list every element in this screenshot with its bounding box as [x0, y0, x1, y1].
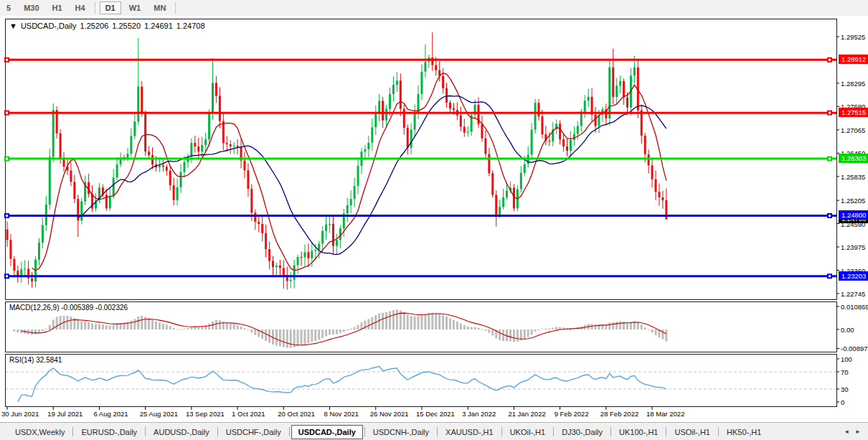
symbol-dropdown-icon[interactable]: ▼: [9, 22, 17, 30]
chart-tab-dj30-daily[interactable]: DJ30-,Daily: [555, 426, 609, 439]
toolbar-separator: [175, 2, 176, 14]
timeframe-toolbar: 5M30H1H4D1W1MN: [0, 0, 868, 17]
toolbar-separator: [95, 2, 95, 14]
moving-averages-group: [32, 73, 666, 271]
tab-separator: [553, 427, 554, 436]
price-badge: 1.26303: [839, 154, 868, 163]
timeframe-button-mn[interactable]: MN: [148, 2, 171, 14]
tab-separator: [666, 427, 666, 436]
axis-ticks-group: [7, 37, 839, 410]
macd-group: [13, 309, 667, 348]
tab-separator: [145, 427, 146, 436]
chart-close-value: 1.24708: [176, 22, 205, 30]
tab-separator: [364, 427, 365, 436]
chart-area: ▼USDCAD-,Daily1.252061.255201.246911.247…: [0, 16, 868, 422]
timeframe-button-m30[interactable]: M30: [19, 2, 44, 14]
chart-tab-ukoil-h1[interactable]: UKOil-,H1: [504, 426, 552, 439]
chart-tab-audusd-daily[interactable]: AUDUSD-,Daily: [147, 426, 216, 439]
chart-tab-usoil-h1[interactable]: USOil-,H1: [668, 426, 717, 439]
tab-separator: [610, 427, 611, 436]
chart-tab-eurusd-daily[interactable]: EURUSD-,Daily: [75, 426, 143, 439]
chart-tab-usdcnh-daily[interactable]: USDCNH-,Daily: [367, 426, 435, 439]
chart-open-value: 1.25206: [80, 22, 109, 30]
timeframe-button-h1[interactable]: H1: [47, 2, 67, 14]
chart-canvas[interactable]: [0, 16, 868, 422]
chart-tab-hk50-h1[interactable]: HK50-,H1: [720, 426, 768, 439]
price-badge: 1.24800: [839, 210, 868, 220]
price-badge: 1.27515: [839, 108, 868, 117]
tab-separator: [718, 427, 719, 436]
rsi-label: RSI(14) 32.5841: [9, 356, 62, 364]
timeframe-button-d1[interactable]: D1: [100, 1, 121, 14]
chart-title: ▼USDCAD-,Daily1.252061.255201.246911.247…: [9, 22, 209, 30]
chart-tab-xauusd-h1[interactable]: XAUUSD-,H1: [439, 426, 500, 439]
timeframe-button-w1[interactable]: W1: [124, 2, 146, 14]
timeframe-button-5[interactable]: 5: [1, 2, 16, 14]
macd-label: MACD(12,26,9) -0.005389 -0.002326: [9, 304, 128, 312]
tab-scroll-left-icon[interactable]: ◄: [844, 429, 849, 435]
candles-group: [6, 32, 668, 290]
tab-separator: [72, 427, 73, 436]
horizontal-lines-group[interactable]: [4, 57, 836, 278]
timeframe-button-h4[interactable]: H4: [70, 2, 90, 14]
chart-tab-usdx-weekly[interactable]: USDX,Weekly: [9, 426, 71, 439]
chart-tab-uk100-h1[interactable]: UK100-,H1: [613, 426, 664, 439]
price-badge: 1.28912: [839, 55, 868, 64]
tab-separator: [437, 427, 438, 436]
chart-title-symbol: USDCAD-,Daily: [21, 22, 77, 30]
chart-tabs-bar: USDX,WeeklyEURUSD-,DailyAUDUSD-,DailyUSD…: [0, 422, 868, 440]
tab-separator: [501, 427, 502, 436]
mt4-window: 5M30H1H4D1W1MN ▼USDCAD-,Daily1.252061.25…: [0, 0, 868, 440]
chart-tab-usdchf-daily[interactable]: USDCHF-,Daily: [220, 426, 288, 439]
price-badge: 1.23203: [839, 271, 868, 281]
rsi-group: [6, 367, 836, 403]
tab-scroll-right-icon[interactable]: ►: [855, 429, 861, 435]
tab-separator: [289, 427, 290, 436]
tab-scroll-arrows: ◄►: [844, 429, 861, 435]
tab-separator: [217, 427, 218, 436]
chart-tab-usdcad-daily[interactable]: USDCAD-,Daily: [291, 425, 363, 439]
chart-high-value: 1.25520: [112, 22, 141, 30]
chart-low-value: 1.24691: [144, 22, 173, 30]
